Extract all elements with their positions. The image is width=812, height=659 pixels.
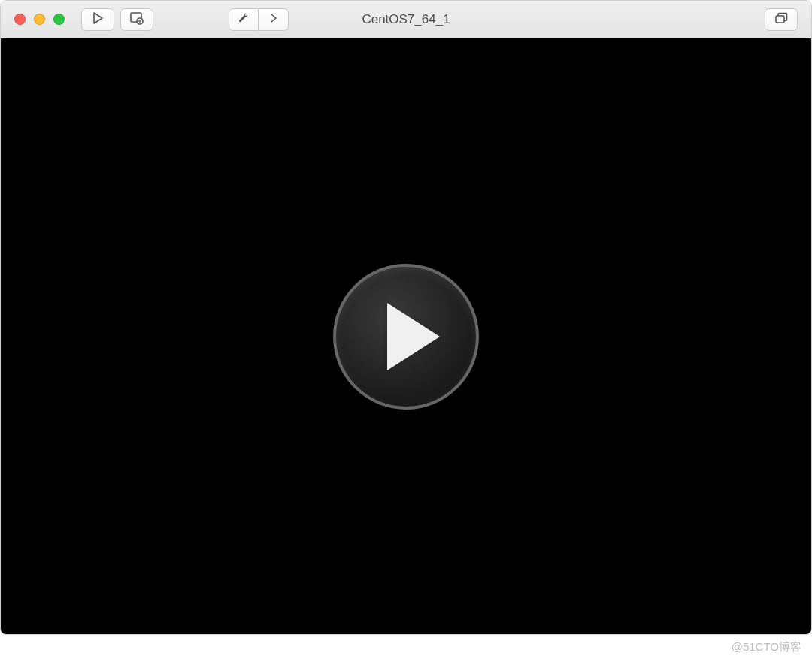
traffic-lights	[14, 14, 65, 25]
window-title: CentOS7_64_1	[362, 12, 450, 27]
settings-button[interactable]	[229, 8, 259, 31]
play-icon	[92, 12, 103, 27]
watermark-text: @51CTO博客	[732, 640, 801, 654]
toolbar-right-group	[765, 8, 798, 31]
view-mode-button[interactable]	[765, 8, 798, 31]
vm-window: CentOS7_64_1	[0, 0, 812, 635]
toolbar-mid-group	[229, 8, 289, 31]
start-vm-button[interactable]	[81, 8, 114, 31]
close-window-button[interactable]	[14, 14, 26, 25]
window-titlebar[interactable]: CentOS7_64_1	[1, 1, 811, 38]
stack-icon	[774, 12, 788, 27]
snapshot-icon	[129, 11, 144, 28]
snapshot-button[interactable]	[120, 8, 153, 31]
play-overlay-icon	[387, 303, 440, 370]
vm-display-area[interactable]	[1, 38, 811, 634]
toolbar-left-group	[81, 8, 153, 31]
maximize-window-button[interactable]	[53, 14, 65, 25]
chevron-right-icon	[269, 12, 278, 27]
svg-rect-3	[776, 16, 784, 23]
minimize-window-button[interactable]	[34, 14, 45, 25]
svg-marker-0	[94, 13, 102, 23]
next-button[interactable]	[259, 8, 289, 31]
wrench-icon	[237, 11, 250, 28]
power-on-vm-button[interactable]	[333, 264, 479, 410]
